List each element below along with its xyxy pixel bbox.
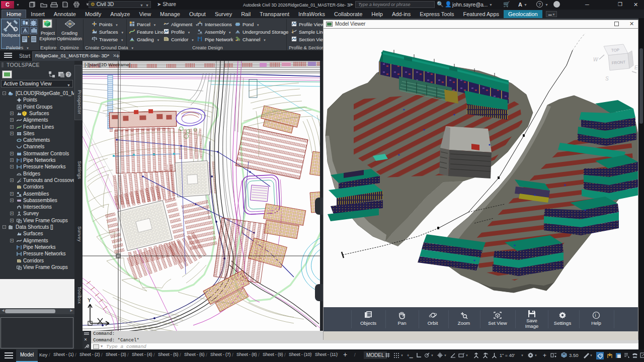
svg-text:S: S — [605, 76, 609, 81]
svg-text:!: ! — [24, 112, 25, 115]
svg-text:[-][start][2D Wireframe]: [-][start][2D Wireframe] — [85, 62, 130, 67]
svg-text:FRONT: FRONT — [612, 60, 626, 65]
svg-text:Y: Y — [88, 297, 92, 303]
svg-text:W: W — [593, 57, 599, 62]
svg-text:i: i — [595, 313, 596, 318]
svg-text:E: E — [634, 65, 638, 70]
svg-text:?: ? — [67, 72, 70, 77]
svg-text:TOP: TOP — [611, 48, 620, 53]
